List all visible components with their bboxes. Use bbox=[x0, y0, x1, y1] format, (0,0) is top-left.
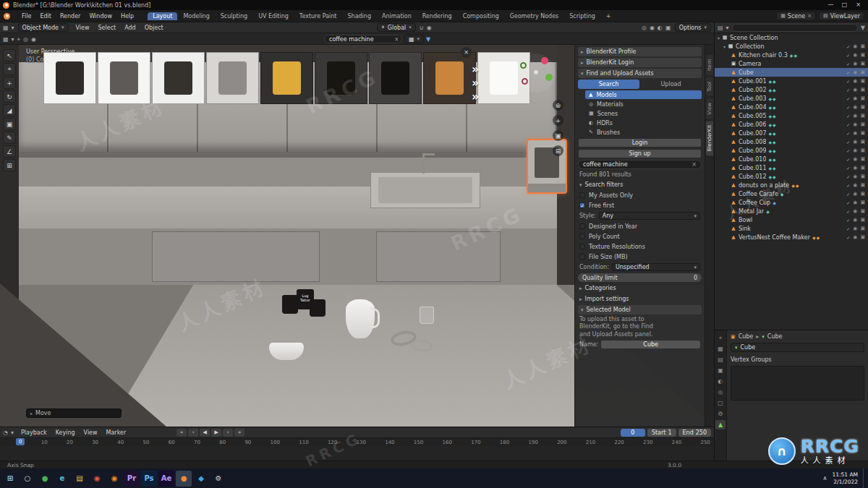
menu-item[interactable]: Window bbox=[85, 12, 116, 20]
visibility-toggles[interactable]: ✓ ◉ ▣ bbox=[846, 191, 865, 197]
taskbar-icon[interactable]: ◉ bbox=[106, 471, 122, 487]
workspace-tab[interactable]: Modeling bbox=[178, 12, 214, 20]
frame-start-field[interactable]: Start 1 bbox=[647, 429, 676, 437]
workspace-tab[interactable]: Texture Paint bbox=[294, 12, 342, 20]
operator-panel[interactable]: ▸ Move bbox=[26, 408, 122, 418]
axis-y-neg-dot[interactable] bbox=[520, 62, 527, 69]
minimize-button[interactable]: — bbox=[824, 0, 838, 10]
taskbar-clock[interactable]: 11:51 AM 2/1/2022 bbox=[832, 471, 858, 485]
tray-expand-icon[interactable]: ∧ bbox=[823, 475, 827, 481]
options-dropdown[interactable]: Options ▾ bbox=[675, 23, 711, 32]
outliner-item[interactable]: ▲ Cube.009 ◆◆ ✓ ◉ ▣ bbox=[715, 146, 868, 155]
viewport-menu-item[interactable]: Add bbox=[121, 24, 140, 32]
visibility-toggles[interactable]: ✓ ◉ ▣ bbox=[846, 78, 865, 84]
select-checkbox-icon[interactable]: ✓ bbox=[846, 70, 850, 75]
blenderkit-profile-section[interactable]: ▸ BlenderKit Profile bbox=[578, 47, 702, 56]
disable-render-icon[interactable]: ▣ bbox=[860, 147, 865, 153]
outliner-item[interactable]: ▲ Kitchen chair 0.3 ◆◆ ✓ ◉ ▣ bbox=[715, 51, 868, 59]
signup-button[interactable]: Sign up bbox=[578, 149, 702, 158]
asset-type-item[interactable]: ✎ Brushes bbox=[585, 128, 702, 137]
select-checkbox-icon[interactable]: ✓ bbox=[846, 140, 850, 145]
clear-search-icon[interactable]: × bbox=[692, 161, 697, 168]
outliner-item[interactable]: ▲ Cube.010 ◆◆ ✓ ◉ ▣ bbox=[715, 155, 868, 163]
viewport-nav-icon[interactable]: + bbox=[553, 115, 563, 126]
find-upload-section[interactable]: ▾ Find and Upload Assets bbox=[578, 69, 702, 78]
visibility-toggles[interactable]: ✓ ◉ ▣ bbox=[846, 87, 865, 93]
properties-tab-icon[interactable]: ▢ bbox=[715, 398, 726, 408]
select-checkbox-icon[interactable]: ✓ bbox=[846, 131, 850, 136]
visibility-toggles[interactable]: ✓ ◉ ▣ bbox=[846, 200, 865, 205]
viewport-menu-item[interactable]: Select bbox=[94, 24, 119, 32]
white-bowl[interactable] bbox=[269, 343, 304, 360]
collapsed-section-row[interactable]: ▸ Categories bbox=[578, 283, 702, 293]
disable-render-icon[interactable]: ▣ bbox=[860, 130, 865, 136]
disable-render-icon[interactable]: ▣ bbox=[860, 165, 865, 171]
asset-category-dropdown[interactable]: ▦ ▾ bbox=[404, 35, 424, 43]
properties-tab-icon[interactable]: ◎ bbox=[715, 388, 726, 397]
taskbar-icon[interactable]: ◉ bbox=[89, 471, 105, 487]
properties-tab-icon[interactable]: ▲ bbox=[715, 420, 726, 429]
visibility-toggles[interactable]: ✓ ◉ ▣ bbox=[846, 95, 865, 101]
disclosure-icon[interactable]: ▾ bbox=[718, 35, 720, 40]
hide-eye-icon[interactable]: ◉ bbox=[853, 95, 857, 101]
outliner-item[interactable]: ▲ Cube.002 ◆◆ ✓ ◉ ▣ bbox=[715, 85, 868, 94]
disable-render-icon[interactable]: ▣ bbox=[860, 104, 865, 110]
outliner-item[interactable]: ▲ Cube ✓ ◉ ▣ bbox=[715, 68, 868, 77]
select-checkbox-icon[interactable]: ✓ bbox=[846, 235, 850, 240]
hide-eye-icon[interactable]: ◉ bbox=[853, 104, 857, 110]
hide-eye-icon[interactable]: ◉ bbox=[853, 113, 857, 119]
disable-render-icon[interactable]: ▣ bbox=[860, 113, 865, 119]
taskbar-icon[interactable]: Pr bbox=[124, 471, 140, 487]
viewport-menu-item[interactable]: Object bbox=[141, 24, 167, 32]
workspace-tab[interactable]: Animation bbox=[377, 12, 417, 20]
login-button[interactable]: Login bbox=[578, 138, 702, 147]
visibility-toggles[interactable]: ✓ ◉ ▣ bbox=[846, 43, 865, 49]
tool-icon[interactable]: + bbox=[3, 77, 16, 89]
properties-tab-icon[interactable]: ▤ bbox=[715, 355, 726, 364]
checkbox[interactable]: ✓ bbox=[579, 223, 585, 229]
outliner-item[interactable]: ▲ Cube.007 ◆◆ ✓ ◉ ▣ bbox=[715, 129, 868, 137]
transport-button[interactable]: ▶ bbox=[211, 429, 221, 437]
vertex-groups-list[interactable] bbox=[731, 366, 864, 401]
taskbar-icon[interactable]: e bbox=[54, 471, 70, 487]
workspace-tab[interactable]: + bbox=[601, 12, 616, 20]
disable-render-icon[interactable]: ▣ bbox=[860, 174, 865, 179]
select-checkbox-icon[interactable]: ✓ bbox=[846, 209, 850, 214]
taskbar-icon[interactable]: ● bbox=[37, 471, 53, 487]
disclosure-icon[interactable]: ▾ bbox=[723, 44, 726, 49]
select-checkbox-icon[interactable]: ✓ bbox=[846, 192, 850, 197]
visibility-toggles[interactable]: ✓ ◉ ▣ bbox=[846, 156, 865, 162]
disable-render-icon[interactable]: ▣ bbox=[860, 43, 865, 49]
viewport-nav-icon[interactable]: ⊕ bbox=[553, 100, 563, 111]
visibility-toggles[interactable]: ✓ ◉ ▣ bbox=[846, 217, 865, 223]
timeline-editor-icon[interactable]: ◔ bbox=[3, 429, 8, 436]
taskbar-icon[interactable]: ⊞ bbox=[2, 471, 18, 487]
menu-item[interactable]: Render bbox=[56, 12, 84, 20]
disable-render-icon[interactable]: ▣ bbox=[860, 121, 865, 127]
select-checkbox-icon[interactable]: ✓ bbox=[846, 174, 850, 179]
outliner-item[interactable]: ▲ Bowl ✓ ◉ ▣ bbox=[715, 215, 868, 224]
select-checkbox-icon[interactable]: ✓ bbox=[846, 114, 850, 119]
xray-icon[interactable]: ◐ bbox=[658, 25, 663, 31]
playhead[interactable]: 0 bbox=[16, 438, 25, 447]
select-checkbox-icon[interactable]: ✓ bbox=[846, 105, 850, 110]
taskbar-icon[interactable]: Ps bbox=[141, 471, 157, 487]
tab-upload[interactable]: Upload bbox=[640, 80, 702, 89]
asset-type-item[interactable]: ◎ Materials bbox=[585, 100, 702, 108]
hide-eye-icon[interactable]: ◉ bbox=[853, 226, 857, 231]
hide-eye-icon[interactable]: ◉ bbox=[853, 52, 857, 58]
outliner-item[interactable]: ▲ donuts on a plate ◆◆ ✓ ◉ ▣ bbox=[715, 181, 868, 189]
visibility-toggles[interactable]: ✓ ◉ ▣ bbox=[846, 113, 865, 119]
outliner-item[interactable]: ▲ Cube.011 ◆◆ ✓ ◉ ▣ bbox=[715, 163, 868, 172]
maximize-button[interactable]: □ bbox=[838, 0, 851, 10]
checkbox[interactable]: ✓ bbox=[579, 244, 585, 249]
axis-y-dot[interactable] bbox=[545, 74, 553, 81]
workspace-tab[interactable]: Rendering bbox=[417, 12, 457, 20]
breadcrumb-object[interactable]: Cube bbox=[739, 333, 754, 340]
taskbar-icon[interactable]: Ae bbox=[158, 471, 174, 487]
select-checkbox-icon[interactable]: ✓ bbox=[846, 148, 850, 153]
tool-icon[interactable]: ✎ bbox=[3, 132, 16, 144]
scene-selector[interactable]: ▦ Scene × bbox=[776, 12, 816, 20]
outliner-item[interactable]: ▲ Cube.008 ◆◆ ✓ ◉ ▣ bbox=[715, 137, 868, 146]
visibility-toggles[interactable]: ✓ ◉ ▣ bbox=[846, 121, 865, 127]
